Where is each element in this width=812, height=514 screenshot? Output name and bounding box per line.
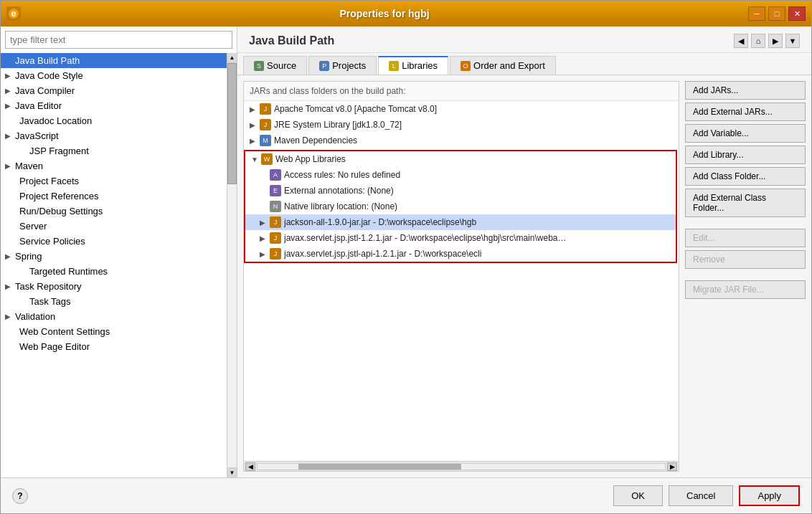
scroll-up-button[interactable]: ▲ bbox=[227, 53, 237, 63]
migrate-jar-button[interactable]: Migrate JAR File... bbox=[685, 280, 806, 299]
web-app-box: ▼ W Web App Libraries A Access rules: No… bbox=[244, 150, 677, 263]
sidebar-item-spring[interactable]: ▶ Spring bbox=[1, 249, 227, 264]
hscroll-left-button[interactable]: ◀ bbox=[245, 462, 255, 471]
sidebar-item-task-tags[interactable]: Task Tags bbox=[1, 294, 227, 309]
sidebar-inner: Java Build Path ▶ Java Code Style ▶ Java… bbox=[1, 53, 237, 477]
minimize-button[interactable]: ─ bbox=[748, 6, 765, 21]
add-external-class-folder-button[interactable]: Add External Class Folder... bbox=[685, 189, 806, 217]
lib-item-maven[interactable]: ▶ M Maven Dependencies bbox=[244, 133, 679, 148]
expand-arrow: ▶ bbox=[260, 219, 267, 227]
lib-item-access-rules[interactable]: A Access rules: No rules defined bbox=[245, 167, 676, 183]
sidebar-item-run-debug-settings[interactable]: Run/Debug Settings bbox=[1, 204, 227, 219]
sidebar-item-jsp-fragment[interactable]: JSP Fragment bbox=[1, 143, 227, 158]
expand-arrow: ▶ bbox=[5, 282, 12, 290]
libraries-tab-icon: L bbox=[389, 61, 399, 71]
lib-item-jackson[interactable]: ▶ J jackson-all-1.9.0-jar.jar - D:\works… bbox=[245, 214, 676, 230]
jar-icon: J bbox=[260, 103, 271, 115]
sidebar-item-java-code-style[interactable]: ▶ Java Code Style bbox=[1, 68, 227, 83]
lib-label: Native library location: (None) bbox=[284, 201, 397, 211]
expand-arrow: ▶ bbox=[5, 72, 12, 80]
scroll-down-button[interactable]: ▼ bbox=[227, 467, 237, 477]
sidebar-item-project-references[interactable]: Project References bbox=[1, 189, 227, 204]
sidebar-item-validation[interactable]: ▶ Validation bbox=[1, 309, 227, 324]
sidebar-item-java-editor[interactable]: ▶ Java Editor bbox=[1, 98, 227, 113]
sidebar-item-targeted-runtimes[interactable]: Targeted Runtimes bbox=[1, 264, 227, 279]
sidebar-item-label: Validation bbox=[15, 311, 55, 322]
maximize-button[interactable]: □ bbox=[768, 6, 785, 21]
apply-button[interactable]: Apply bbox=[739, 485, 800, 506]
lib-label: Web App Libraries bbox=[275, 154, 346, 164]
sidebar-item-java-build-path[interactable]: Java Build Path bbox=[1, 53, 227, 68]
sidebar-item-label: Project Facets bbox=[19, 176, 79, 186]
tab-projects[interactable]: P Projects bbox=[308, 56, 377, 75]
jar-icon: W bbox=[261, 153, 273, 165]
tab-projects-label: Projects bbox=[332, 60, 366, 71]
sidebar-item-javadoc-location[interactable]: Javadoc Location bbox=[1, 113, 227, 128]
svg-text:e: e bbox=[11, 8, 16, 19]
filter-input[interactable] bbox=[5, 31, 232, 49]
hscroll-thumb[interactable] bbox=[298, 464, 461, 470]
expand-arrow: ▶ bbox=[5, 313, 12, 320]
tree-panel-header: JARs and class folders on the build path… bbox=[244, 82, 679, 101]
expand-arrow: ▶ bbox=[5, 87, 12, 95]
add-variable-button[interactable]: Add Variable... bbox=[685, 124, 806, 143]
lib-item-jre[interactable]: ▶ J JRE System Library [jdk1.8.0_72] bbox=[244, 117, 679, 133]
lib-label: Maven Dependencies bbox=[274, 135, 357, 146]
tab-libraries[interactable]: L Libraries bbox=[378, 56, 448, 75]
add-library-button[interactable]: Add Library... bbox=[685, 146, 806, 164]
lib-item-web-app-libraries[interactable]: ▼ W Web App Libraries bbox=[245, 151, 676, 167]
add-jars-button[interactable]: Add JARs... bbox=[685, 81, 806, 100]
add-class-folder-button[interactable]: Add Class Folder... bbox=[685, 167, 806, 186]
bottom-actions: OK Cancel Apply bbox=[613, 485, 800, 506]
hscroll-right-button[interactable]: ▶ bbox=[667, 462, 677, 471]
sidebar-item-maven[interactable]: ▶ Maven bbox=[1, 158, 227, 173]
lib-item-tomcat[interactable]: ▶ J Apache Tomcat v8.0 [Apache Tomcat v8… bbox=[244, 101, 679, 117]
tab-source-label: Source bbox=[267, 60, 296, 71]
help-button[interactable]: ? bbox=[12, 488, 28, 504]
lib-item-native-library[interactable]: N Native library location: (None) bbox=[245, 199, 676, 214]
sidebar-item-label: Run/Debug Settings bbox=[19, 206, 103, 216]
order-export-tab-icon: O bbox=[461, 61, 471, 71]
close-button[interactable]: ✕ bbox=[788, 6, 806, 21]
nav-menu-button[interactable]: ▼ bbox=[785, 34, 800, 48]
sidebar-item-service-policies[interactable]: Service Policies bbox=[1, 234, 227, 249]
sidebar-item-label: Javadoc Location bbox=[19, 115, 92, 126]
sidebar-item-label: Java Compiler bbox=[15, 85, 75, 96]
tree-panel-body[interactable]: ▶ J Apache Tomcat v8.0 [Apache Tomcat v8… bbox=[244, 101, 679, 461]
nav-back-button[interactable]: ◀ bbox=[734, 34, 748, 48]
window-controls: ─ □ ✕ bbox=[748, 6, 806, 21]
properties-dialog: e Properties for hgbj ─ □ ✕ Java Build P… bbox=[0, 0, 812, 514]
tab-source[interactable]: S Source bbox=[243, 56, 307, 75]
expand-arrow: ▶ bbox=[5, 102, 12, 110]
ok-button[interactable]: OK bbox=[613, 485, 663, 506]
lib-item-external-annotations[interactable]: E External annotations: (None) bbox=[245, 183, 676, 199]
cancel-button[interactable]: Cancel bbox=[669, 485, 733, 506]
page-title: Java Build Path bbox=[249, 34, 334, 47]
expand-arrow: ▶ bbox=[5, 132, 12, 140]
tab-order-export[interactable]: O Order and Export bbox=[450, 56, 556, 75]
sidebar-item-server[interactable]: Server bbox=[1, 219, 227, 234]
sidebar-item-task-repository[interactable]: ▶ Task Repository bbox=[1, 279, 227, 294]
horizontal-scrollbar[interactable]: ◀ ▶ bbox=[244, 461, 679, 471]
sidebar-item-label: Java Code Style bbox=[15, 70, 83, 81]
scroll-thumb[interactable] bbox=[227, 63, 237, 184]
expand-arrow: ▶ bbox=[250, 137, 257, 145]
sidebar-scrollbar[interactable]: ▲ ▼ bbox=[227, 53, 237, 477]
sidebar-item-web-page-editor[interactable]: Web Page Editor bbox=[1, 339, 227, 354]
nav-home-button[interactable]: ⌂ bbox=[751, 34, 765, 48]
sidebar-item-project-facets[interactable]: Project Facets bbox=[1, 173, 227, 189]
nav-forward-button[interactable]: ▶ bbox=[768, 34, 783, 48]
lib-item-jstl-api[interactable]: ▶ J javax.servlet.jsp.jstl-api-1.2.1.jar… bbox=[245, 246, 676, 262]
title-bar: e Properties for hgbj ─ □ ✕ bbox=[1, 1, 811, 27]
remove-button[interactable]: Remove bbox=[685, 250, 806, 269]
edit-button[interactable]: Edit... bbox=[685, 229, 806, 247]
expand-arrow: ▶ bbox=[5, 252, 12, 260]
sidebar-list: Java Build Path ▶ Java Code Style ▶ Java… bbox=[1, 53, 227, 477]
ann-icon: A bbox=[270, 169, 281, 181]
add-external-jars-button[interactable]: Add External JARs... bbox=[685, 103, 806, 121]
lib-item-jstl121[interactable]: ▶ J javax.servlet.jsp.jstl-1.2.1.jar - D… bbox=[245, 230, 676, 246]
expand-arrow: ▶ bbox=[250, 105, 257, 113]
sidebar-item-javascript[interactable]: ▶ JavaScript bbox=[1, 128, 227, 143]
sidebar-item-java-compiler[interactable]: ▶ Java Compiler bbox=[1, 83, 227, 98]
sidebar-item-web-content-settings[interactable]: Web Content Settings bbox=[1, 324, 227, 339]
